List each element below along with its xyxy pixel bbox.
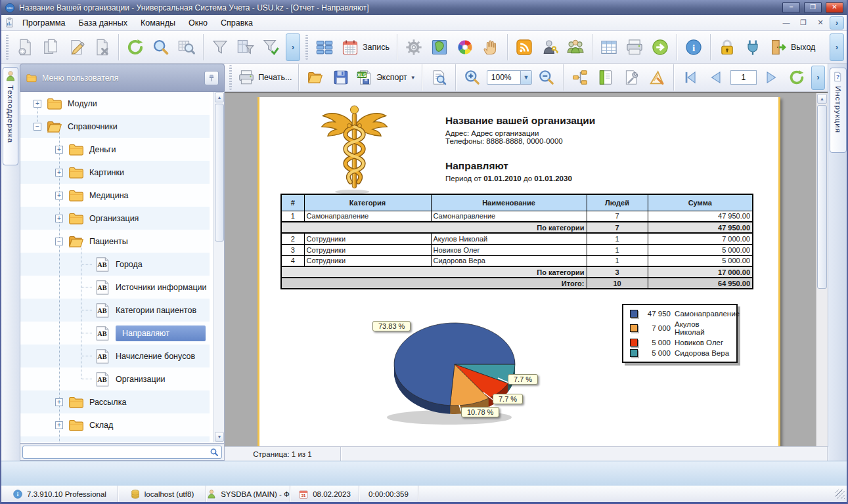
open-report-button[interactable] [304,66,326,90]
collapse-icon[interactable]: − [33,123,41,131]
save-report-button[interactable] [330,66,352,90]
tree-item-15[interactable]: +Стоматология [20,436,210,442]
map-button[interactable] [428,33,451,61]
tree-item-9[interactable]: Категории пациентов [20,299,210,322]
tree-item-4[interactable]: +Медицина [20,184,210,207]
filter-apply-button[interactable] [260,33,282,61]
table-button[interactable] [598,33,620,61]
lock-button[interactable] [716,33,738,61]
exit-button[interactable]: Выход [767,33,817,61]
grid-view-button[interactable] [313,33,336,61]
menu-window[interactable]: Окно [183,16,213,30]
sidebar-search-input[interactable] [23,447,207,457]
scroll-up-icon[interactable]: ▲ [215,93,224,102]
expand-icon[interactable]: + [33,100,41,108]
expand-icon[interactable]: + [55,398,63,406]
tree-item-5[interactable]: +Организация [20,207,210,230]
scroll-up-icon[interactable]: ▲ [817,94,827,104]
menu-commands[interactable]: Команды [135,16,181,30]
report-print-button[interactable]: Печать... [237,66,293,90]
tree-item-14[interactable]: +Склад [20,413,210,436]
menu-program[interactable]: Программа [16,16,72,30]
report-tools-button[interactable] [620,66,642,90]
sidebar-scrollbar[interactable]: ▲ ▼ [213,92,224,442]
prev-page-button[interactable] [705,66,727,90]
expand-icon[interactable]: + [55,421,63,429]
tab-tech-support[interactable]: Техподдержка [3,67,18,165]
report-scrollbar[interactable]: ▲ [816,93,828,446]
mdi-minimize-button[interactable]: — [778,17,794,29]
first-page-button[interactable] [679,66,702,90]
toolbar-grip[interactable] [6,35,9,60]
tree-item-13[interactable]: +Рассылка [20,390,210,413]
expand-icon[interactable]: + [55,146,63,154]
zoom-out-button[interactable] [535,66,558,90]
page-settings-button[interactable] [594,66,617,90]
tree-item-1[interactable]: −Справочники [20,115,210,138]
info-button[interactable] [682,33,705,61]
filter-panel-button[interactable] [234,33,257,61]
search-table-button[interactable] [175,33,198,61]
minimize-button[interactable]: – [782,2,800,13]
record-button[interactable]: Запись [339,33,391,61]
refresh-button[interactable] [124,33,146,61]
tree-item-7[interactable]: Города [20,253,210,276]
delete-record-button[interactable] [91,33,113,61]
mdi-restore-button[interactable]: ❐ [795,17,811,29]
go-button[interactable] [649,33,671,61]
structure-button[interactable] [569,66,591,90]
menu-database[interactable]: База данных [73,16,133,30]
toolbar-grip[interactable] [305,35,308,60]
combo-dropdown-icon[interactable]: ▼ [520,71,531,84]
pin-button[interactable] [204,71,219,85]
zoom-in-button[interactable] [461,66,483,90]
mdi-close-button[interactable]: ✕ [813,17,828,29]
toolbar-overflow-chevron[interactable]: › [830,33,844,61]
tree-item-12[interactable]: Организации [20,368,210,390]
theme-button[interactable] [454,33,476,61]
scrollbar-thumb[interactable] [215,104,224,242]
news-button[interactable] [513,33,535,61]
maximize-button[interactable]: ❐ [804,2,822,13]
toolbar-grip[interactable] [229,65,232,90]
tree-item-10[interactable]: Направляют [20,322,210,345]
toolbar-overflow-chevron[interactable]: › [286,33,300,61]
next-page-button[interactable] [760,66,782,90]
print-button[interactable] [623,33,646,61]
filter-button[interactable] [209,33,231,61]
scrollbar-thumb[interactable] [817,105,827,289]
resize-grip[interactable] [836,490,845,499]
user-access-button[interactable] [539,33,561,61]
rebuild-report-button[interactable] [786,66,808,90]
collapse-icon[interactable]: − [55,238,63,245]
zoom-combo[interactable]: 100%▼ [487,70,532,85]
tree-item-0[interactable]: +Модули [20,92,210,115]
disconnect-button[interactable] [742,33,764,61]
menubar-overflow-chevron[interactable]: › [830,16,844,30]
report-designer-button[interactable] [646,66,668,90]
pan-button[interactable] [480,33,502,61]
tree-item-6[interactable]: −Пациенты [20,230,210,253]
copy-record-button[interactable] [39,33,62,61]
scroll-down-icon[interactable]: ▼ [215,432,224,442]
export-button[interactable]: Экспорт▼ [355,66,416,90]
close-button[interactable]: ✕ [826,2,843,13]
search-button[interactable] [150,33,172,61]
tree-item-11[interactable]: Начисление бонусов [20,345,210,368]
tree-item-3[interactable]: +Картинки [20,161,210,184]
tree-item-2[interactable]: +Деньги [20,138,210,161]
page-number-input[interactable] [730,70,757,85]
add-record-button[interactable] [14,33,36,61]
menu-help[interactable]: Справка [215,16,259,30]
tree-item-8[interactable]: Источники информации [20,276,210,299]
preview-button[interactable] [428,66,450,90]
expand-icon[interactable]: + [55,169,63,177]
employees-button[interactable] [564,33,587,61]
tab-instruction[interactable]: Инструкция [830,68,847,153]
edit-record-button[interactable] [65,33,87,61]
toolbar-overflow-chevron[interactable]: › [811,66,825,90]
expand-icon[interactable]: + [55,192,63,200]
sidebar-search-button[interactable] [207,446,221,458]
settings-button[interactable] [403,33,425,61]
expand-icon[interactable]: + [55,215,63,222]
